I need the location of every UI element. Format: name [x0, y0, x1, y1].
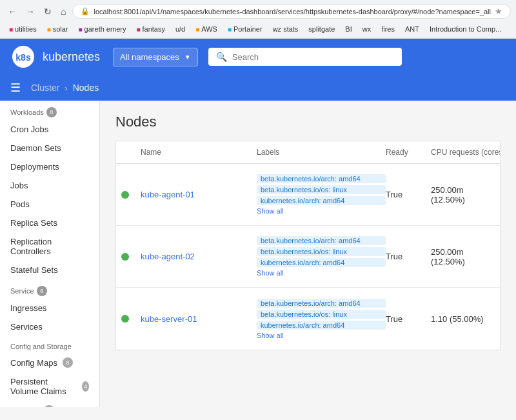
node-link-1[interactable]: kube-agent-01 — [141, 190, 195, 199]
pvc-label: Persistent Volume Claims — [10, 377, 77, 396]
ready-2: True — [386, 252, 431, 261]
show-all-link-2[interactable]: Show all — [257, 269, 386, 277]
chevron-down-icon: ▼ — [184, 54, 191, 61]
sidebar-item-replication-controllers[interactable]: Replication Controllers — [0, 232, 99, 261]
bookmark-fantasy[interactable]: ■ fantasy — [132, 24, 169, 34]
page-title: Nodes — [115, 114, 501, 130]
sidebar-item-replica-sets[interactable]: Replica Sets — [0, 214, 99, 232]
bookmark-utilities[interactable]: ■ utilities — [5, 24, 41, 34]
cron-jobs-label: Cron Jobs — [10, 125, 48, 134]
search-bar: 🔍 — [208, 48, 402, 66]
label-tag: kubernetes.io/arch: amd64 — [257, 321, 386, 330]
config-maps-badge: 8 — [63, 357, 73, 368]
col-cpu-requests: CPU requests (cores) — [431, 148, 501, 157]
status-dot-2 — [121, 253, 141, 261]
kubernetes-logo: k8s — [10, 44, 36, 70]
bookmark-splitgate[interactable]: splitgate — [304, 24, 339, 34]
status-dot-1 — [121, 191, 141, 199]
table-row: kube-server-01 beta.kubernetes.io/arch: … — [116, 288, 500, 350]
browser-tabs: ← → ↻ ⌂ 🔒 localhost:8001/api/v1/namespac… — [5, 4, 511, 20]
bookmark-wzstats[interactable]: wz stats — [269, 24, 303, 34]
sidebar-item-services[interactable]: Services — [0, 317, 99, 336]
back-button[interactable]: ← — [5, 5, 19, 18]
sidebar-item-stateful-sets[interactable]: Stateful Sets — [0, 261, 99, 279]
url-text: localhost:8001/api/v1/namespaces/kuberne… — [94, 8, 490, 15]
breadcrumb-current: Nodes — [73, 83, 99, 93]
secrets-badge: 6 — [44, 405, 54, 407]
search-input[interactable] — [232, 52, 394, 62]
status-dot-3 — [121, 315, 141, 323]
sidebar-item-cron-jobs[interactable]: Cron Jobs — [0, 120, 99, 139]
label-tag: kubernetes.io/arch: amd64 — [257, 196, 386, 205]
label-tag: beta.kubernetes.io/os: linux — [257, 310, 386, 319]
sidebar-item-pvc[interactable]: Persistent Volume Claims 4 — [0, 372, 99, 401]
col-name: Name — [141, 148, 257, 157]
bookmark-intro[interactable]: Introduction to Comp... — [426, 24, 505, 34]
bookmark-ud[interactable]: u/d — [172, 24, 189, 34]
sidebar-item-config-maps[interactable]: Config Maps 8 — [0, 353, 99, 372]
show-all-link-3[interactable]: Show all — [257, 332, 386, 339]
pods-label: Pods — [10, 199, 30, 209]
labels-col-2: beta.kubernetes.io/arch: amd64 beta.kube… — [257, 231, 386, 282]
stateful-sets-label: Stateful Sets — [10, 265, 58, 275]
breadcrumb-cluster[interactable]: Cluster — [31, 83, 59, 93]
app: k8s kubernetes All namespaces ▼ 🔍 ☰ Clus… — [0, 39, 516, 407]
node-name-2: kube-agent-02 — [141, 252, 257, 261]
node-link-2[interactable]: kube-agent-02 — [141, 252, 195, 261]
config-maps-label: Config Maps — [10, 358, 57, 368]
labels-col-1: beta.kubernetes.io/arch: amd64 beta.kube… — [257, 169, 386, 220]
bookmarks-bar: ■ utilities ■ solar ■ gareth emery ■ fan… — [5, 23, 511, 35]
node-link-3[interactable]: kube-server-01 — [141, 314, 197, 324]
table-row: kube-agent-01 beta.kubernetes.io/arch: a… — [116, 164, 500, 226]
replication-controllers-label: Replication Controllers — [10, 237, 89, 256]
forward-button[interactable]: → — [23, 5, 37, 18]
cpu-requests-1: 250.00m(12.50%) — [431, 185, 501, 205]
label-tag: kubernetes.io/arch: amd64 — [257, 258, 386, 267]
cpu-requests-2: 250.00m(12.50%) — [431, 247, 501, 266]
table-header: Name Labels Ready CPU requests (cores) C… — [116, 141, 500, 164]
namespace-select[interactable]: All namespaces ▼ — [113, 48, 198, 66]
sidebar-section-workloads: Workloads 8 — [0, 101, 99, 120]
ready-1: True — [386, 190, 431, 199]
bookmark-wx[interactable]: wx — [359, 24, 375, 34]
jobs-label: Jobs — [10, 181, 28, 190]
label-tag: beta.kubernetes.io/os: linux — [257, 185, 386, 194]
node-name-3: kube-server-01 — [141, 314, 257, 324]
cpu-requests-3: 1.10 (55.00%) — [431, 314, 501, 324]
bookmark-solar[interactable]: ■ solar — [43, 24, 72, 34]
logo-text: kubernetes — [43, 50, 100, 64]
bookmark-portainer[interactable]: ■ Portainer — [224, 24, 266, 34]
sidebar-item-secrets[interactable]: Secrets 6 — [0, 401, 99, 407]
bookmark-bi[interactable]: BI — [341, 24, 355, 34]
content-area: Nodes Name Labels Ready CPU requests (co… — [100, 101, 516, 407]
breadcrumb: Cluster › Nodes — [31, 83, 99, 93]
show-all-link-1[interactable]: Show all — [257, 207, 386, 215]
bookmark-fires[interactable]: fires — [377, 24, 399, 34]
table-row: kube-agent-02 beta.kubernetes.io/arch: a… — [116, 226, 500, 288]
bookmark-aws[interactable]: ■ AWS — [192, 24, 221, 34]
bookmark-gareth[interactable]: ■ gareth emery — [75, 24, 130, 34]
sidebar-section-config-storage: Config and Storage — [0, 336, 99, 353]
sidebar-item-deployments[interactable]: Deployments — [0, 157, 99, 176]
search-icon: 🔍 — [216, 52, 227, 62]
col-status — [121, 148, 141, 157]
services-label: Services — [10, 322, 43, 332]
bookmark-xcel[interactable]: xcel — [508, 24, 511, 34]
address-bar[interactable]: 🔒 localhost:8001/api/v1/namespaces/kuber… — [72, 4, 510, 19]
sidebar-item-ingresses[interactable]: Ingresses — [0, 299, 99, 317]
star-icon[interactable]: ★ — [495, 6, 502, 16]
menu-icon[interactable]: ☰ — [10, 81, 21, 95]
col-labels: Labels — [257, 148, 386, 157]
sidebar-item-pods[interactable]: Pods — [0, 195, 99, 214]
sidebar-item-daemon-sets[interactable]: Daemon Sets — [0, 139, 99, 157]
bookmark-ant[interactable]: ANT — [401, 24, 423, 34]
home-button[interactable]: ⌂ — [58, 5, 68, 18]
logo-area: k8s kubernetes — [10, 44, 100, 70]
header-bar: ☰ Cluster › Nodes — [0, 75, 516, 101]
browser-chrome: ← → ↻ ⌂ 🔒 localhost:8001/api/v1/namespac… — [0, 0, 516, 39]
ready-3: True — [386, 314, 431, 324]
label-tag: beta.kubernetes.io/arch: amd64 — [257, 299, 386, 308]
reload-button[interactable]: ↻ — [41, 5, 54, 18]
col-ready: Ready — [386, 148, 431, 157]
sidebar-item-jobs[interactable]: Jobs — [0, 176, 99, 195]
